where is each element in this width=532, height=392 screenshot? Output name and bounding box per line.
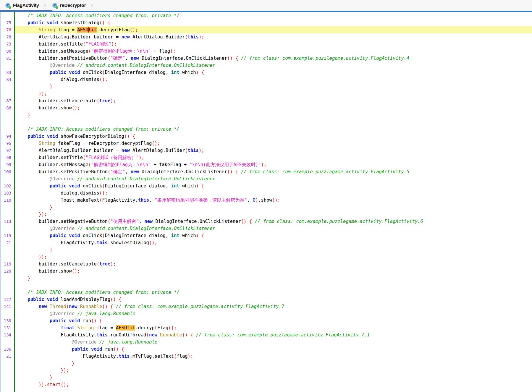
code-line[interactable]: @Override // android.content.DialogInter… <box>0 62 532 69</box>
code-line[interactable]: 21 FlagActivity.this.mTvFlag.setText(fla… <box>0 353 532 360</box>
code-line[interactable]: } <box>0 374 532 381</box>
code-area[interactable]: /* JADX INFO: Access modifiers changed f… <box>0 12 532 388</box>
code-token: this <box>97 332 108 338</box>
code-line[interactable] <box>0 282 532 289</box>
code-line[interactable]: /* JADX INFO: Access modifiers changed f… <box>0 12 532 19</box>
code-line[interactable]: }); <box>0 253 532 260</box>
code-token: "解密得到的Flag为：\n\n" <box>91 48 151 54</box>
code-line[interactable]: }); <box>0 211 532 218</box>
code-token <box>17 70 50 75</box>
code-line[interactable]: @Override // android.content.DialogInter… <box>0 225 532 232</box>
tab-label: FlagActivity <box>13 3 39 8</box>
code-token: DialogInterface.OnClickListener <box>139 56 227 61</box>
code-token: .show <box>258 197 272 203</box>
code-line[interactable]: 94 public void showFakeDecryptorDialog()… <box>0 133 532 140</box>
code-line[interactable]: 95 String fakeFlag = reDecryptor.decrypt… <box>0 140 532 147</box>
code-token: true <box>99 261 110 267</box>
code-line[interactable]: @Override // java.lang.Runnable <box>0 310 532 317</box>
code-line[interactable]: 88 builder.show(); <box>0 104 532 111</box>
code-token: .decryptFlag <box>135 325 168 331</box>
code-line[interactable]: 120 builder.show(); <box>0 268 532 275</box>
code-token: // from class: com.example.puzzlegame.ac… <box>241 56 409 61</box>
code-line[interactable]: 131 final String flag = AESUtil.decryptF… <box>0 324 532 331</box>
code-line[interactable]: 83 public void onClick(DialogInterface d… <box>0 69 532 76</box>
code-line[interactable]: 141 new Thread(new Runnable() { // from … <box>0 303 532 310</box>
code-token: (); <box>272 197 280 203</box>
code-line[interactable]: 103 dialog.dismiss(); <box>0 189 532 197</box>
line-number: 88 <box>0 104 11 111</box>
tab-flagactivity[interactable]: c FlagActivity × <box>4 0 51 11</box>
code-line[interactable]: 127 public void loadAndDisplayFlag() { <box>0 296 532 303</box>
code-token: .mTvFlag.setText <box>130 354 174 359</box>
code-token: ( <box>88 162 91 167</box>
code-token: } <box>72 361 75 366</box>
code-token <box>17 304 39 309</box>
code-token: builder.setCancelable <box>17 98 97 103</box>
code-line[interactable]: 97 AlertDialog.Builder builder = new Ale… <box>0 147 532 154</box>
code-line[interactable]: 98 builder.setTitle("FLAG测试（备用解密）"); <box>0 154 532 161</box>
code-token: @Override <box>50 226 75 231</box>
code-token <box>17 233 50 238</box>
code-line[interactable]: @Override // java.lang.Runnable <box>0 338 532 346</box>
code-line[interactable]: 130 public void run() { <box>0 317 532 324</box>
code-line[interactable]: 21 FlagActivity.this.showTestDialog(); <box>0 239 532 246</box>
code-line[interactable]: /* JADX INFO: Access modifiers changed f… <box>0 289 532 296</box>
code-token: fakeFlag = reDecryptor.decryptFlag <box>55 141 152 146</box>
code-token: builder.show <box>17 268 72 274</box>
code-line[interactable]: 80 builder.setMessage("解密得到的Flag为：\n\n" … <box>0 48 532 55</box>
code-line[interactable]: } <box>0 246 532 253</box>
code-token: "FLAG测试（备用解密）" <box>85 155 139 160</box>
code-token: + fakeFlag + <box>151 162 190 167</box>
close-icon[interactable]: × <box>43 3 46 8</box>
code-line[interactable]: 119 builder.setCancelable(true); <box>0 260 532 268</box>
code-line[interactable]: 100 builder.setPositiveButton("确定", new … <box>0 168 532 175</box>
code-token <box>47 304 50 309</box>
code-token: }); <box>61 368 69 373</box>
line-number: 134 <box>0 331 11 338</box>
code-token: ( <box>83 41 85 47</box>
code-line[interactable]: }); <box>0 90 532 97</box>
code-line[interactable]: 136 public void run() { <box>0 346 532 353</box>
code-line[interactable]: 115 public void onClick(DialogInterface … <box>0 232 532 239</box>
code-line[interactable]: } <box>0 111 532 119</box>
code-line[interactable]: }).start(); <box>0 381 532 388</box>
code-line[interactable]: /* JADX INFO: Access modifiers changed f… <box>0 126 532 133</box>
code-line[interactable]: 102 public void onClick(DialogInterface … <box>0 182 532 189</box>
code-line[interactable]: 113 builder.setNegativeButton("使用主解密", n… <box>0 218 532 225</box>
code-line[interactable]: }); <box>0 367 532 374</box>
code-line[interactable]: 87 builder.setCancelable(true); <box>0 97 532 104</box>
code-line[interactable]: } <box>0 275 532 282</box>
code-line[interactable]: 76 String flag = AESUtil.decryptFlag(); <box>0 26 532 33</box>
code-token: flag <box>177 354 187 359</box>
code-line[interactable]: 78 AlertDialog.Builder builder = new Ale… <box>0 33 532 41</box>
code-token: // android.content.DialogInterface.OnCli… <box>77 226 215 231</box>
code-token: public void <box>50 233 80 238</box>
code-token: this <box>188 34 199 40</box>
code-line[interactable]: } <box>0 204 532 211</box>
code-line[interactable]: 110 Toast.makeText(FlagActivity.this, "备… <box>0 197 532 204</box>
code-token: "FLAG测试" <box>85 41 111 47</box>
code-token: new <box>122 34 130 40</box>
code-token <box>17 63 50 68</box>
code-token: "确定" <box>110 56 125 61</box>
code-line[interactable]: 99 builder.setMessage("解密得到的Flag为：\n\n" … <box>0 161 532 168</box>
code-line[interactable]: 75 public void showTestDialog() { <box>0 19 532 26</box>
code-line[interactable]: 81 builder.setPositiveButton("确定", new D… <box>0 55 532 62</box>
code-token: (); <box>149 240 157 245</box>
editor-tab-bar: c FlagActivity × c reDecryptor × <box>0 0 532 12</box>
code-line[interactable] <box>0 119 532 126</box>
code-token: this <box>97 240 108 245</box>
code-line[interactable]: 134 FlagActivity.this.runOnUiThread(new … <box>0 331 532 338</box>
code-line[interactable]: 84 dialog.dismiss(); <box>0 76 532 83</box>
line-number: 136 <box>0 346 11 353</box>
code-token: }).start(); <box>39 382 69 387</box>
code-line[interactable]: } <box>0 360 532 367</box>
code-token: () { <box>124 134 135 139</box>
code-line[interactable]: } <box>0 83 532 90</box>
code-line[interactable]: @Override // android.content.DialogInter… <box>0 175 532 182</box>
code-token: flag = <box>55 27 77 33</box>
code-line[interactable]: 79 builder.setTitle("FLAG测试"); <box>0 41 532 48</box>
close-icon[interactable]: × <box>90 3 93 8</box>
tab-redecryptor[interactable]: c reDecryptor × <box>51 0 98 11</box>
class-icon: c <box>52 3 57 8</box>
